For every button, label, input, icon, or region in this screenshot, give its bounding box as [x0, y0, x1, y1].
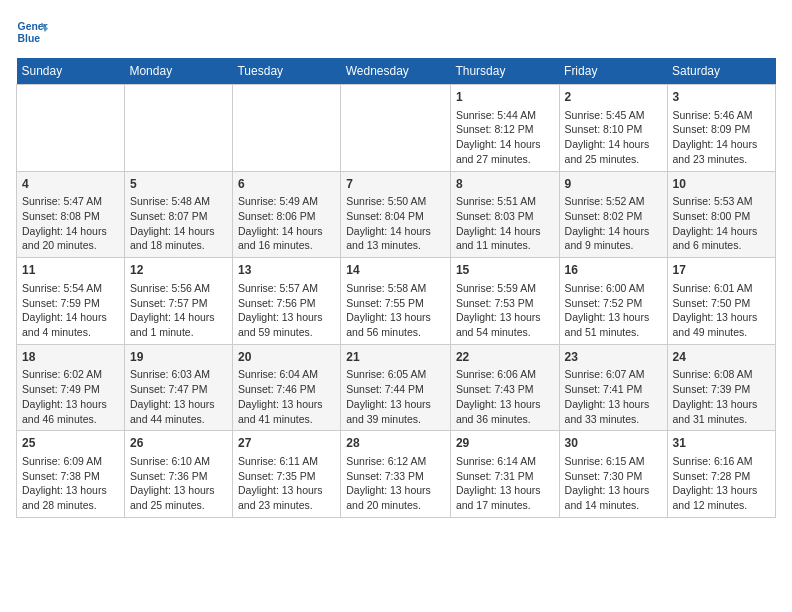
- day-info: Sunrise: 6:12 AM: [346, 454, 445, 469]
- calendar-cell: 27Sunrise: 6:11 AMSunset: 7:35 PMDayligh…: [232, 431, 340, 518]
- day-info: Daylight: 13 hours: [22, 397, 119, 412]
- calendar-week-row: 4Sunrise: 5:47 AMSunset: 8:08 PMDaylight…: [17, 171, 776, 258]
- day-info: Sunrise: 5:50 AM: [346, 194, 445, 209]
- day-info: Sunset: 8:06 PM: [238, 209, 335, 224]
- day-number: 23: [565, 349, 662, 366]
- day-number: 29: [456, 435, 554, 452]
- day-info: and 14 minutes.: [565, 498, 662, 513]
- day-number: 7: [346, 176, 445, 193]
- day-info: Daylight: 13 hours: [456, 397, 554, 412]
- calendar-cell: 5Sunrise: 5:48 AMSunset: 8:07 PMDaylight…: [124, 171, 232, 258]
- day-info: Sunset: 7:50 PM: [673, 296, 771, 311]
- day-info: Daylight: 14 hours: [22, 310, 119, 325]
- day-info: Sunset: 7:56 PM: [238, 296, 335, 311]
- calendar-cell: 26Sunrise: 6:10 AMSunset: 7:36 PMDayligh…: [124, 431, 232, 518]
- day-number: 9: [565, 176, 662, 193]
- day-info: Sunset: 7:57 PM: [130, 296, 227, 311]
- calendar-cell: 4Sunrise: 5:47 AMSunset: 8:08 PMDaylight…: [17, 171, 125, 258]
- day-info: and 44 minutes.: [130, 412, 227, 427]
- day-info: Sunrise: 6:10 AM: [130, 454, 227, 469]
- day-info: Sunset: 7:55 PM: [346, 296, 445, 311]
- day-info: Sunrise: 6:01 AM: [673, 281, 771, 296]
- day-info: and 11 minutes.: [456, 238, 554, 253]
- day-info: Sunset: 7:35 PM: [238, 469, 335, 484]
- day-info: Sunset: 8:02 PM: [565, 209, 662, 224]
- day-number: 18: [22, 349, 119, 366]
- day-info: Sunset: 7:47 PM: [130, 382, 227, 397]
- svg-text:Blue: Blue: [18, 33, 41, 44]
- day-number: 30: [565, 435, 662, 452]
- day-info: Sunrise: 5:48 AM: [130, 194, 227, 209]
- day-number: 5: [130, 176, 227, 193]
- calendar-cell: 14Sunrise: 5:58 AMSunset: 7:55 PMDayligh…: [341, 258, 451, 345]
- day-number: 31: [673, 435, 771, 452]
- weekday-header: Saturday: [667, 58, 776, 85]
- day-info: Sunset: 7:36 PM: [130, 469, 227, 484]
- day-number: 16: [565, 262, 662, 279]
- day-info: Sunset: 7:52 PM: [565, 296, 662, 311]
- day-info: Daylight: 13 hours: [130, 397, 227, 412]
- day-info: Sunrise: 6:16 AM: [673, 454, 771, 469]
- day-info: and 41 minutes.: [238, 412, 335, 427]
- calendar-cell: 9Sunrise: 5:52 AMSunset: 8:02 PMDaylight…: [559, 171, 667, 258]
- calendar-cell: 3Sunrise: 5:46 AMSunset: 8:09 PMDaylight…: [667, 85, 776, 172]
- weekday-header: Friday: [559, 58, 667, 85]
- calendar-cell: 17Sunrise: 6:01 AMSunset: 7:50 PMDayligh…: [667, 258, 776, 345]
- day-info: Sunset: 7:53 PM: [456, 296, 554, 311]
- day-info: and 56 minutes.: [346, 325, 445, 340]
- day-number: 11: [22, 262, 119, 279]
- day-info: Daylight: 13 hours: [238, 310, 335, 325]
- day-info: Daylight: 13 hours: [565, 397, 662, 412]
- day-info: Sunrise: 6:02 AM: [22, 367, 119, 382]
- calendar-cell: 18Sunrise: 6:02 AMSunset: 7:49 PMDayligh…: [17, 344, 125, 431]
- calendar-week-row: 18Sunrise: 6:02 AMSunset: 7:49 PMDayligh…: [17, 344, 776, 431]
- day-info: Daylight: 13 hours: [346, 310, 445, 325]
- day-info: Sunset: 7:49 PM: [22, 382, 119, 397]
- calendar-cell: 20Sunrise: 6:04 AMSunset: 7:46 PMDayligh…: [232, 344, 340, 431]
- calendar-cell: [232, 85, 340, 172]
- day-number: 1: [456, 89, 554, 106]
- day-number: 12: [130, 262, 227, 279]
- day-info: Sunrise: 5:59 AM: [456, 281, 554, 296]
- weekday-header: Monday: [124, 58, 232, 85]
- day-info: and 51 minutes.: [565, 325, 662, 340]
- day-info: Sunset: 7:33 PM: [346, 469, 445, 484]
- day-info: Sunset: 7:44 PM: [346, 382, 445, 397]
- day-info: Daylight: 13 hours: [673, 310, 771, 325]
- day-info: Sunset: 7:46 PM: [238, 382, 335, 397]
- day-info: Sunrise: 5:53 AM: [673, 194, 771, 209]
- day-number: 21: [346, 349, 445, 366]
- calendar-cell: 19Sunrise: 6:03 AMSunset: 7:47 PMDayligh…: [124, 344, 232, 431]
- day-info: and 13 minutes.: [346, 238, 445, 253]
- day-info: Sunset: 7:28 PM: [673, 469, 771, 484]
- day-info: and 31 minutes.: [673, 412, 771, 427]
- day-info: Sunset: 8:08 PM: [22, 209, 119, 224]
- day-info: Sunset: 8:04 PM: [346, 209, 445, 224]
- calendar-cell: 6Sunrise: 5:49 AMSunset: 8:06 PMDaylight…: [232, 171, 340, 258]
- day-info: Daylight: 13 hours: [565, 310, 662, 325]
- day-info: Sunset: 7:39 PM: [673, 382, 771, 397]
- calendar-table: SundayMondayTuesdayWednesdayThursdayFrid…: [16, 58, 776, 518]
- day-info: Sunrise: 6:03 AM: [130, 367, 227, 382]
- day-info: Sunrise: 5:57 AM: [238, 281, 335, 296]
- day-info: Daylight: 14 hours: [565, 137, 662, 152]
- day-number: 3: [673, 89, 771, 106]
- day-info: and 20 minutes.: [22, 238, 119, 253]
- day-info: Daylight: 14 hours: [673, 137, 771, 152]
- day-info: Sunset: 7:41 PM: [565, 382, 662, 397]
- day-info: and 33 minutes.: [565, 412, 662, 427]
- weekday-header: Tuesday: [232, 58, 340, 85]
- day-number: 20: [238, 349, 335, 366]
- day-number: 22: [456, 349, 554, 366]
- day-info: Daylight: 13 hours: [456, 310, 554, 325]
- day-number: 14: [346, 262, 445, 279]
- calendar-cell: 22Sunrise: 6:06 AMSunset: 7:43 PMDayligh…: [450, 344, 559, 431]
- day-info: Sunrise: 6:04 AM: [238, 367, 335, 382]
- day-info: and 17 minutes.: [456, 498, 554, 513]
- day-info: Sunset: 8:07 PM: [130, 209, 227, 224]
- calendar-cell: [341, 85, 451, 172]
- day-number: 17: [673, 262, 771, 279]
- page-header: General Blue: [16, 16, 776, 48]
- day-info: Sunrise: 6:06 AM: [456, 367, 554, 382]
- day-info: Sunset: 8:00 PM: [673, 209, 771, 224]
